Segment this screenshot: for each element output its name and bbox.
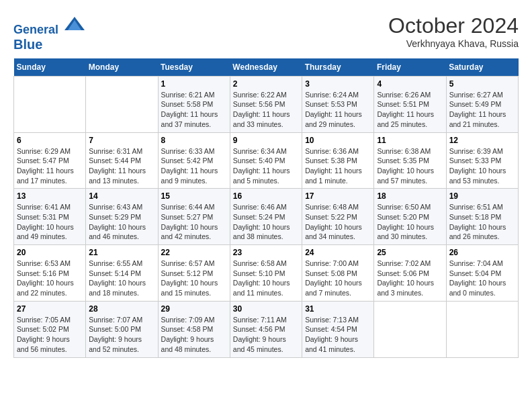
day-number: 28 [89, 304, 154, 314]
day-number: 2 [233, 79, 299, 89]
day-info: Sunrise: 6:48 AM Sunset: 5:22 PM Dayligh… [305, 202, 371, 242]
day-number: 8 [161, 136, 227, 145]
day-info: Sunrise: 7:13 AM Sunset: 4:54 PM Dayligh… [305, 315, 371, 355]
calendar-table: SundayMondayTuesdayWednesdayThursdayFrid… [13, 58, 519, 358]
day-number: 6 [17, 136, 83, 145]
calendar-cell [14, 76, 86, 132]
day-info: Sunrise: 6:31 AM Sunset: 5:44 PM Dayligh… [89, 146, 154, 186]
day-number: 26 [449, 248, 515, 257]
calendar-cell: 15Sunrise: 6:44 AM Sunset: 5:27 PM Dayli… [158, 189, 230, 245]
day-info: Sunrise: 6:24 AM Sunset: 5:53 PM Dayligh… [305, 90, 371, 130]
calendar-cell: 9Sunrise: 6:34 AM Sunset: 5:40 PM Daylig… [230, 132, 302, 189]
day-info: Sunrise: 6:29 AM Sunset: 5:47 PM Dayligh… [17, 146, 83, 186]
calendar-cell: 31Sunrise: 7:13 AM Sunset: 4:54 PM Dayli… [302, 301, 374, 357]
day-info: Sunrise: 6:51 AM Sunset: 5:18 PM Dayligh… [449, 202, 515, 242]
day-number: 30 [233, 304, 299, 314]
calendar-cell: 29Sunrise: 7:09 AM Sunset: 4:58 PM Dayli… [158, 301, 230, 357]
day-info: Sunrise: 6:21 AM Sunset: 5:58 PM Dayligh… [161, 90, 227, 130]
day-info: Sunrise: 6:44 AM Sunset: 5:27 PM Dayligh… [161, 202, 227, 242]
day-info: Sunrise: 7:02 AM Sunset: 5:06 PM Dayligh… [377, 259, 443, 298]
weekday-header-thursday: Thursday [302, 58, 374, 77]
day-number: 12 [449, 136, 515, 145]
calendar-week-2: 6Sunrise: 6:29 AM Sunset: 5:47 PM Daylig… [14, 132, 519, 189]
day-info: Sunrise: 6:57 AM Sunset: 5:12 PM Dayligh… [161, 259, 227, 298]
day-number: 23 [233, 248, 299, 257]
weekday-header-sunday: Sunday [14, 58, 86, 77]
calendar-cell [446, 301, 518, 357]
calendar-cell: 2Sunrise: 6:22 AM Sunset: 5:56 PM Daylig… [230, 76, 302, 132]
day-info: Sunrise: 6:22 AM Sunset: 5:56 PM Dayligh… [233, 90, 299, 130]
day-number: 4 [377, 79, 443, 89]
day-info: Sunrise: 6:26 AM Sunset: 5:51 PM Dayligh… [377, 90, 443, 130]
day-number: 15 [161, 191, 227, 201]
day-number: 25 [377, 248, 443, 257]
title-area: October 2024 Verkhnyaya Khava, Russia [388, 13, 519, 49]
calendar-cell [374, 301, 446, 357]
day-number: 16 [233, 191, 299, 201]
calendar-cell [86, 76, 158, 132]
logo-blue-text: Blue [13, 37, 85, 52]
weekday-header-row: SundayMondayTuesdayWednesdayThursdayFrid… [14, 58, 519, 77]
day-number: 27 [17, 304, 83, 314]
day-number: 5 [449, 79, 515, 89]
calendar-cell: 25Sunrise: 7:02 AM Sunset: 5:06 PM Dayli… [374, 245, 446, 302]
day-info: Sunrise: 7:07 AM Sunset: 5:00 PM Dayligh… [89, 315, 154, 355]
day-info: Sunrise: 6:55 AM Sunset: 5:14 PM Dayligh… [89, 259, 154, 298]
calendar-cell: 7Sunrise: 6:31 AM Sunset: 5:44 PM Daylig… [86, 132, 158, 189]
calendar-cell: 4Sunrise: 6:26 AM Sunset: 5:51 PM Daylig… [374, 76, 446, 132]
day-info: Sunrise: 6:58 AM Sunset: 5:10 PM Dayligh… [233, 259, 299, 298]
day-info: Sunrise: 6:33 AM Sunset: 5:42 PM Dayligh… [161, 146, 227, 186]
calendar-cell: 8Sunrise: 6:33 AM Sunset: 5:42 PM Daylig… [158, 132, 230, 189]
day-number: 1 [161, 79, 227, 89]
day-info: Sunrise: 6:36 AM Sunset: 5:38 PM Dayligh… [305, 146, 371, 186]
day-number: 29 [161, 304, 227, 314]
calendar-cell: 14Sunrise: 6:43 AM Sunset: 5:29 PM Dayli… [86, 189, 158, 245]
day-info: Sunrise: 6:41 AM Sunset: 5:31 PM Dayligh… [17, 202, 83, 242]
calendar-cell: 5Sunrise: 6:27 AM Sunset: 5:49 PM Daylig… [446, 76, 518, 132]
day-info: Sunrise: 6:34 AM Sunset: 5:40 PM Dayligh… [233, 146, 299, 186]
calendar-cell: 28Sunrise: 7:07 AM Sunset: 5:00 PM Dayli… [86, 301, 158, 357]
calendar-cell: 26Sunrise: 7:04 AM Sunset: 5:04 PM Dayli… [446, 245, 518, 302]
calendar-cell: 19Sunrise: 6:51 AM Sunset: 5:18 PM Dayli… [446, 189, 518, 245]
calendar-week-1: 1Sunrise: 6:21 AM Sunset: 5:58 PM Daylig… [14, 76, 519, 132]
logo-icon [64, 13, 85, 34]
logo: General Blue [13, 13, 85, 52]
calendar-cell: 12Sunrise: 6:39 AM Sunset: 5:33 PM Dayli… [446, 132, 518, 189]
calendar-week-5: 27Sunrise: 7:05 AM Sunset: 5:02 PM Dayli… [14, 301, 519, 357]
day-number: 18 [377, 191, 443, 201]
calendar-cell: 1Sunrise: 6:21 AM Sunset: 5:58 PM Daylig… [158, 76, 230, 132]
day-info: Sunrise: 6:39 AM Sunset: 5:33 PM Dayligh… [449, 146, 515, 186]
calendar-cell: 30Sunrise: 7:11 AM Sunset: 4:56 PM Dayli… [230, 301, 302, 357]
day-number: 13 [17, 191, 83, 201]
day-number: 10 [305, 136, 371, 145]
day-info: Sunrise: 7:09 AM Sunset: 4:58 PM Dayligh… [161, 315, 227, 355]
day-number: 17 [305, 191, 371, 201]
calendar-cell: 17Sunrise: 6:48 AM Sunset: 5:22 PM Dayli… [302, 189, 374, 245]
calendar-week-4: 20Sunrise: 6:53 AM Sunset: 5:16 PM Dayli… [14, 245, 519, 302]
page-header: General Blue October 2024 Verkhnyaya Kha… [13, 13, 519, 52]
day-info: Sunrise: 6:53 AM Sunset: 5:16 PM Dayligh… [17, 259, 83, 298]
calendar-cell: 11Sunrise: 6:38 AM Sunset: 5:35 PM Dayli… [374, 132, 446, 189]
day-number: 11 [377, 136, 443, 145]
calendar-cell: 10Sunrise: 6:36 AM Sunset: 5:38 PM Dayli… [302, 132, 374, 189]
calendar-cell: 27Sunrise: 7:05 AM Sunset: 5:02 PM Dayli… [14, 301, 86, 357]
day-number: 24 [305, 248, 371, 257]
day-number: 21 [89, 248, 154, 257]
day-number: 9 [233, 136, 299, 145]
calendar-week-3: 13Sunrise: 6:41 AM Sunset: 5:31 PM Dayli… [14, 189, 519, 245]
weekday-header-saturday: Saturday [446, 58, 518, 77]
day-info: Sunrise: 7:00 AM Sunset: 5:08 PM Dayligh… [305, 259, 371, 298]
day-number: 7 [89, 136, 154, 145]
calendar-cell: 21Sunrise: 6:55 AM Sunset: 5:14 PM Dayli… [86, 245, 158, 302]
calendar-cell: 20Sunrise: 6:53 AM Sunset: 5:16 PM Dayli… [14, 245, 86, 302]
calendar-cell: 13Sunrise: 6:41 AM Sunset: 5:31 PM Dayli… [14, 189, 86, 245]
day-number: 19 [449, 191, 515, 201]
calendar-cell: 3Sunrise: 6:24 AM Sunset: 5:53 PM Daylig… [302, 76, 374, 132]
day-info: Sunrise: 6:27 AM Sunset: 5:49 PM Dayligh… [449, 90, 515, 130]
weekday-header-tuesday: Tuesday [158, 58, 230, 77]
day-number: 20 [17, 248, 83, 257]
day-info: Sunrise: 7:04 AM Sunset: 5:04 PM Dayligh… [449, 259, 515, 298]
day-number: 22 [161, 248, 227, 257]
calendar-cell: 6Sunrise: 6:29 AM Sunset: 5:47 PM Daylig… [14, 132, 86, 189]
calendar-cell: 23Sunrise: 6:58 AM Sunset: 5:10 PM Dayli… [230, 245, 302, 302]
